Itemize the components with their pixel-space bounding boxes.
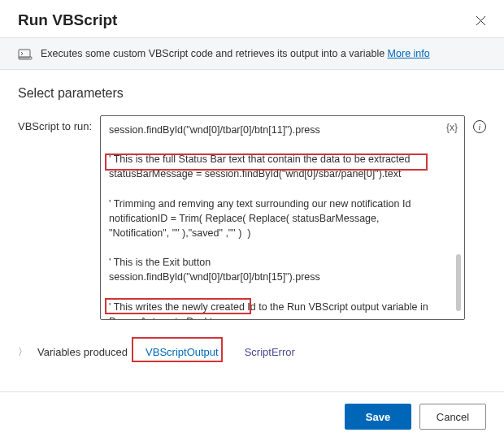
dialog-body: Select parameters VBScript to run: sessi… [0, 70, 504, 391]
output-variable-wrap: VBScriptOutput [137, 343, 227, 361]
info-icon[interactable]: i [473, 120, 486, 133]
dialog-header: Run VBScript [0, 0, 504, 37]
info-bar-text: Executes some custom VBScript code and r… [41, 48, 430, 59]
script-icon [18, 46, 33, 61]
code-line: session.findById("wnd[0]/tbar[0]/btn[11]… [109, 123, 441, 137]
editor-wrap: session.findById("wnd[0]/tbar[0]/btn[11]… [100, 115, 465, 320]
dialog-footer: Save Cancel [0, 391, 504, 441]
variables-produced-row: 〉 Variables produced VBScriptOutput Scri… [18, 343, 486, 361]
cancel-button[interactable]: Cancel [419, 404, 486, 430]
code-line: ' This is the full Status Bar text that … [109, 152, 441, 166]
code-line [109, 284, 441, 299]
vbscript-editor[interactable]: session.findById("wnd[0]/tbar[0]/btn[11]… [100, 115, 465, 320]
run-vbscript-dialog: Run VBScript Executes some custom VBScri… [0, 0, 504, 441]
error-variable-badge[interactable]: ScriptError [237, 343, 303, 361]
code-line: notificationID = Trim( Replace( Replace(… [109, 211, 441, 240]
save-button[interactable]: Save [345, 404, 411, 430]
code-line: ' This is the Exit button [109, 255, 441, 270]
code-line: session.findById("wnd[0]/tbar[0]/btn[15]… [109, 270, 441, 284]
code-line: ' Trimming and remving any text surround… [109, 197, 441, 211]
more-info-link[interactable]: More info [388, 48, 430, 59]
code-line: statusBarMessage = session.findById("wnd… [109, 166, 441, 181]
insert-variable-icon[interactable]: {x} [446, 121, 458, 135]
dialog-title: Run VBScript [18, 11, 117, 29]
code-line [109, 137, 441, 152]
section-title: Select parameters [18, 86, 486, 101]
code-line: ' This writes the newly created Id to th… [109, 300, 441, 321]
editor-scrollbar[interactable] [456, 254, 461, 311]
close-icon[interactable] [475, 15, 486, 26]
output-variable-badge[interactable]: VBScriptOutput [137, 343, 227, 361]
info-bar: Executes some custom VBScript code and r… [0, 37, 504, 70]
script-field-row: VBScript to run: session.findById("wnd[0… [18, 115, 486, 320]
variables-produced-label: Variables produced [37, 346, 128, 358]
script-field-label: VBScript to run: [18, 115, 92, 132]
code-line [109, 240, 441, 255]
code-line [109, 182, 441, 197]
chevron-right-icon[interactable]: 〉 [18, 345, 28, 359]
